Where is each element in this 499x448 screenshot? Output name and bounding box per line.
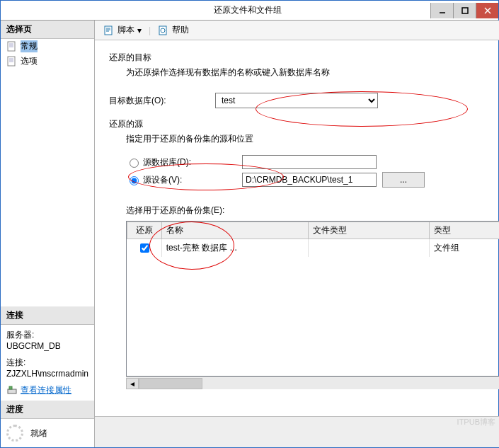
help-icon [158, 25, 169, 36]
select-page-header: 选择页 [1, 21, 94, 39]
help-button[interactable]: 帮助 [155, 23, 192, 38]
nav-options-label: 选项 [21, 55, 38, 67]
source-device-input[interactable] [242, 173, 377, 187]
script-icon [103, 25, 115, 36]
minimize-button[interactable] [430, 3, 453, 18]
target-db-select[interactable]: test [215, 93, 378, 108]
col-type[interactable]: 类型 [429, 222, 499, 239]
browse-button[interactable]: ... [382, 172, 425, 188]
window-title: 还原文件和文件组 [64, 4, 430, 16]
progress-header: 进度 [1, 401, 94, 419]
chevron-down-icon: ▾ [137, 25, 142, 35]
table-row[interactable]: test-完整 数据库 ...文件组 [127, 239, 499, 258]
dialog-window: 还原文件和文件组 选择页 常规 选项 连接 服务器: UBGCRM_DB 连接: [0, 0, 499, 448]
source-device-label: 源设备(V): [143, 174, 242, 186]
dest-desc: 为还原操作选择现有数据库的名称或键入新数据库名称 [126, 67, 499, 79]
scroll-left-arrow[interactable]: ◂ [126, 378, 139, 389]
svg-rect-1 [462, 8, 468, 13]
connection-icon [6, 385, 18, 396]
progress-status: 就绪 [30, 427, 47, 440]
svg-rect-7 [9, 386, 12, 389]
maximize-button[interactable] [453, 3, 476, 18]
window-controls [430, 3, 498, 18]
script-button[interactable]: 脚本 ▾ [101, 23, 144, 38]
restore-checkbox[interactable] [140, 243, 149, 253]
help-label: 帮助 [172, 24, 189, 36]
source-title: 还原的源 [109, 118, 499, 130]
svg-rect-6 [8, 389, 16, 394]
row-type: 文件组 [429, 239, 499, 258]
svg-rect-8 [105, 26, 112, 35]
horizontal-scrollbar[interactable]: ◂ ▸ [126, 377, 499, 389]
scroll-thumb[interactable] [139, 378, 202, 389]
toolbar: 脚本 ▾ | 帮助 [95, 21, 499, 40]
connection-header: 连接 [1, 306, 94, 325]
right-panel: 脚本 ▾ | 帮助 还原的目标 为还原操作选择现有数据库的名称或键入新数据库名称… [95, 21, 499, 447]
source-desc: 指定用于还原的备份集的源和位置 [126, 133, 499, 145]
server-label: 服务器: [6, 329, 88, 341]
view-connection-props-link[interactable]: 查看连接属性 [21, 384, 71, 396]
dest-title: 还原的目标 [109, 52, 499, 64]
col-restore[interactable]: 还原 [127, 222, 162, 239]
server-value: UBGCRM_DB [6, 341, 88, 351]
left-panel: 选择页 常规 选项 连接 服务器: UBGCRM_DB 连接: ZJZXLH\m… [1, 21, 95, 447]
backup-sets-table: 还原 名称 文件类型 类型 文件 test-完整 数据库 ...文件组 [126, 221, 499, 377]
connection-value: ZJZXLH\mscrmadmin [6, 369, 88, 379]
row-name: test-完整 数据库 ... [161, 239, 308, 258]
titlebar: 还原文件和文件组 [1, 1, 498, 21]
source-device-radio[interactable] [130, 176, 139, 185]
target-db-label: 目标数据库(O): [109, 95, 215, 107]
nav-general-label: 常规 [21, 40, 38, 52]
nav-options[interactable]: 选项 [1, 54, 94, 69]
col-filetype[interactable]: 文件类型 [308, 222, 429, 239]
source-database-input [242, 155, 377, 169]
dialog-footer: 确定 取消 [95, 416, 499, 447]
source-database-label: 源数据库(D): [143, 156, 242, 168]
page-icon [6, 56, 18, 67]
nav-general[interactable]: 常规 [1, 39, 94, 54]
connection-label: 连接: [6, 357, 88, 369]
backup-sets-label: 选择用于还原的备份集(E): [126, 205, 499, 217]
col-name[interactable]: 名称 [161, 222, 308, 239]
progress-spinner-icon [6, 425, 23, 442]
source-database-radio[interactable] [130, 159, 139, 168]
watermark: ITPUB博客 [457, 417, 495, 427]
close-button[interactable] [476, 3, 498, 18]
page-icon [6, 41, 18, 52]
row-filetype [308, 239, 429, 258]
script-label: 脚本 [117, 24, 134, 36]
